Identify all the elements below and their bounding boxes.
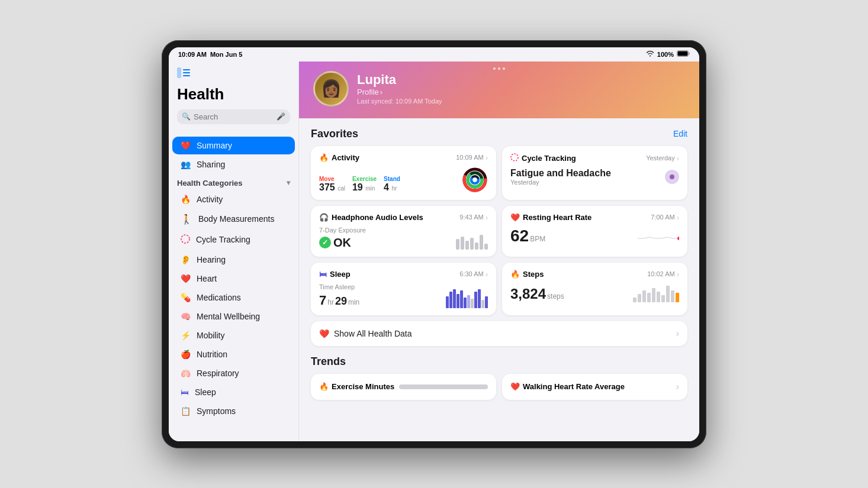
sync-time: Last synced: 10:09 AM Today (357, 98, 442, 105)
categories-title: Health Categories (177, 179, 243, 188)
show-all-label: Show All Health Data (334, 329, 412, 338)
search-input[interactable] (194, 112, 274, 121)
sidebar-item-heart[interactable]: ❤️ Heart (172, 270, 295, 287)
app-title: Health (177, 85, 290, 104)
show-all-health-data[interactable]: ❤️ Show All Health Data › (311, 321, 687, 346)
sleep-hours-unit: hr (327, 298, 334, 306)
cycle-symptom: Fatigue and Headache (510, 168, 611, 179)
battery-text: 100% (657, 51, 674, 58)
activity-card-icon: 🔥 (319, 153, 329, 162)
trend-heart-icon: ❤️ (510, 382, 520, 391)
respiratory-icon: 🫁 (181, 369, 191, 378)
activity-label: Activity (197, 195, 223, 204)
sidebar-item-nutrition[interactable]: 🍎 Nutrition (172, 345, 295, 363)
exercise-value: 19 (352, 182, 363, 192)
heart-rate-card[interactable]: ❤️ Resting Heart Rate 7:00 AM › (502, 206, 687, 257)
status-bar: 10:09 AM Mon Jun 5 100% (169, 47, 699, 62)
svg-rect-1 (678, 51, 688, 56)
sharing-icon: 👥 (181, 160, 191, 169)
sidebar-item-sleep[interactable]: 🛏 Sleep (172, 383, 295, 401)
sleep-minutes: 29 (335, 295, 347, 308)
move-unit: cal (337, 185, 345, 192)
heart-rate-time: 7:00 AM › (651, 213, 679, 222)
activity-card-title: 🔥 Activity (319, 153, 359, 162)
exercise-label: Exercise (352, 176, 377, 182)
svg-rect-2 (177, 67, 181, 78)
move-value: 375 (319, 182, 335, 192)
mental-label: Mental Wellbeing (197, 312, 260, 321)
stand-label: Stand (384, 176, 400, 182)
search-icon: 🔍 (182, 112, 191, 121)
svg-point-14 (677, 237, 679, 240)
sidebar-item-medications[interactable]: 💊 Medications (172, 289, 295, 306)
medications-label: Medications (197, 293, 241, 302)
device-screen: 10:09 AM Mon Jun 5 100% (169, 47, 699, 441)
sidebar-toggle-button[interactable] (177, 67, 192, 79)
sidebar: Health 🔍 🎤 ❤️ Summary 👥 Sharing (169, 62, 299, 441)
ok-status: OK (333, 236, 351, 250)
heart-rate-icon: ❤️ (510, 213, 520, 222)
stand-value: 4 (384, 182, 389, 192)
sleep-card-icon: 🛏 (319, 270, 327, 279)
edit-button[interactable]: Edit (673, 129, 687, 138)
cycle-dot (665, 170, 679, 184)
steps-unit: steps (547, 292, 564, 300)
mic-icon: 🎤 (277, 112, 285, 121)
sleep-label: Sleep (195, 387, 216, 397)
heart-rate-chart (638, 227, 679, 245)
headphone-icon: 🎧 (319, 213, 329, 222)
sleep-card-title: 🛏 Sleep (319, 270, 351, 279)
steps-card[interactable]: 🔥 Steps 10:02 AM › 3,824 (502, 263, 687, 315)
trend-exercise-bar (399, 384, 488, 389)
trends-title: Trends (311, 356, 346, 368)
headphone-bars (456, 228, 488, 250)
bpm-value: 62 (510, 227, 529, 245)
activity-card[interactable]: 🔥 Activity 10:09 AM › (311, 146, 496, 200)
sidebar-item-sharing[interactable]: 👥 Sharing (172, 156, 295, 173)
trend-heart-chevron: › (676, 382, 679, 392)
wifi-icon (646, 51, 654, 58)
sleep-card-time: 6:30 AM › (459, 270, 488, 279)
cycle-tracking-card[interactable]: Cycle Tracking Yesterday › Fatigue and H… (502, 146, 687, 200)
trend-heart-title: ❤️ Walking Heart Rate Average (510, 382, 625, 391)
device-frame: 10:09 AM Mon Jun 5 100% (162, 40, 706, 448)
sidebar-item-hearing[interactable]: 👂 Hearing (172, 251, 295, 269)
avatar: 👩🏾 (313, 71, 349, 106)
status-time: 10:09 AM (178, 51, 207, 58)
hearing-label: Hearing (197, 255, 226, 264)
sidebar-item-symptoms[interactable]: 📋 Symptoms (172, 402, 295, 420)
profile-info: Lupita Profile › Last synced: 10:09 AM T… (357, 72, 442, 105)
profile-name: Lupita (357, 72, 442, 88)
sidebar-item-body-measurements[interactable]: 🚶 Body Measurements (172, 209, 295, 229)
trend-exercise-minutes[interactable]: 🔥 Exercise Minutes (311, 374, 496, 400)
categories-header: Health Categories ▾ (169, 174, 298, 190)
sidebar-item-summary[interactable]: ❤️ Summary (172, 137, 295, 154)
trend-walking-heart-rate[interactable]: ❤️ Walking Heart Rate Average › (502, 374, 687, 400)
sidebar-item-mobility[interactable]: ⚡ Mobility (172, 327, 295, 344)
steps-card-icon: 🔥 (510, 270, 520, 279)
categories-chevron: ▾ (287, 179, 290, 187)
show-all-icon: ❤️ (319, 329, 329, 338)
profile-link[interactable]: Profile › (357, 88, 442, 96)
activity-card-time: 10:09 AM › (456, 153, 488, 162)
medications-icon: 💊 (181, 293, 191, 302)
sleep-icon: 🛏 (181, 387, 189, 397)
svg-rect-4 (183, 72, 190, 73)
sidebar-item-cycle-tracking[interactable]: Cycle Tracking (172, 230, 295, 250)
cycle-card-title: Cycle Tracking (510, 153, 576, 163)
sidebar-item-mental-wellbeing[interactable]: 🧠 Mental Wellbeing (172, 308, 295, 325)
cycle-symptom-time: Yesterday (510, 179, 611, 186)
sleep-card[interactable]: 🛏 Sleep 6:30 AM › Time Asleep (311, 263, 496, 315)
sidebar-item-respiratory[interactable]: 🫁 Respiratory (172, 364, 295, 382)
summary-label: Summary (197, 141, 232, 150)
sidebar-item-activity[interactable]: 🔥 Activity (172, 190, 295, 208)
headphone-card[interactable]: 🎧 Headphone Audio Levels 9:43 AM › (311, 206, 496, 257)
ok-icon: ✓ (319, 237, 331, 248)
sleep-label: Time Asleep (319, 283, 359, 290)
steps-value: 3,824 (510, 286, 546, 302)
svg-rect-5 (183, 75, 190, 76)
sharing-label: Sharing (197, 160, 225, 169)
search-bar: 🔍 🎤 (177, 109, 290, 124)
activity-icon: 🔥 (181, 195, 191, 204)
symptoms-icon: 📋 (181, 406, 191, 416)
